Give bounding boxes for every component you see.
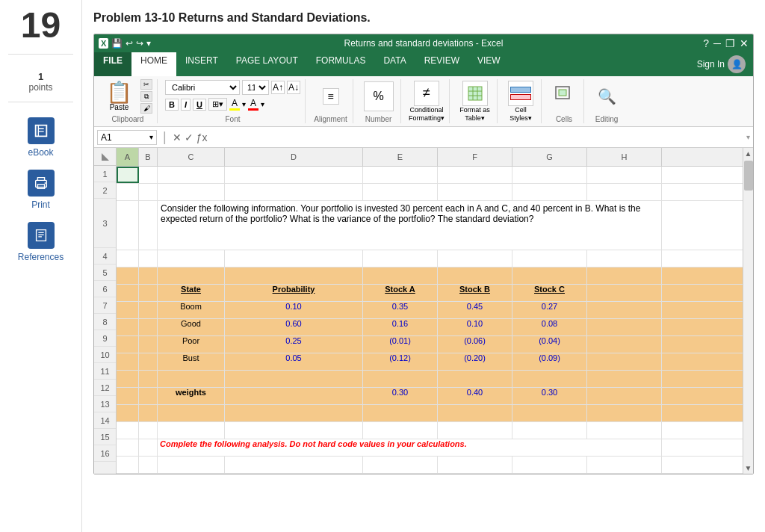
cell-f11[interactable] (438, 371, 512, 387)
vertical-scrollbar[interactable]: ▲ ▼ (743, 148, 753, 474)
cell-f2[interactable] (438, 184, 512, 200)
name-box[interactable]: A1 ▾ (97, 130, 157, 145)
cell-a3[interactable] (117, 201, 139, 250)
cell-a13[interactable] (117, 405, 139, 421)
col-header-b[interactable]: B (139, 148, 158, 166)
cell-d8[interactable]: 0.60 (225, 319, 363, 335)
cell-g12[interactable]: 0.30 (512, 388, 587, 404)
cell-b8[interactable] (139, 319, 158, 335)
cell-d11[interactable] (225, 371, 363, 387)
cell-c4[interactable] (158, 250, 225, 267)
cell-c6[interactable]: State (158, 285, 225, 301)
cell-g16[interactable] (512, 457, 587, 473)
col-header-f[interactable]: F (438, 148, 512, 166)
cell-e4[interactable] (363, 250, 438, 267)
cell-h2[interactable] (587, 184, 662, 200)
cell-a2[interactable] (117, 184, 139, 200)
tab-page-layout[interactable]: PAGE LAYOUT (227, 52, 307, 76)
cell-f4[interactable] (438, 250, 512, 267)
cell-e5[interactable] (363, 267, 438, 284)
confirm-formula-icon[interactable]: ✓ (185, 132, 193, 143)
tab-data[interactable]: DATA (374, 52, 415, 76)
cell-e14[interactable] (363, 422, 438, 439)
cell-h16[interactable] (587, 457, 662, 473)
col-header-h[interactable]: H (587, 148, 662, 166)
cell-h4[interactable] (587, 250, 662, 267)
cell-c15[interactable]: Complete the following analysis. Do not … (158, 439, 662, 456)
cell-g5[interactable] (512, 267, 587, 284)
cell-e8[interactable]: 0.16 (363, 319, 438, 335)
col-header-a[interactable]: A (117, 148, 139, 166)
col-header-g[interactable]: G (512, 148, 587, 166)
cell-a7[interactable] (117, 302, 139, 318)
cell-a10[interactable] (117, 353, 139, 370)
cancel-formula-icon[interactable]: ✕ (173, 132, 182, 143)
cell-a9[interactable] (117, 336, 139, 353)
cell-g8[interactable]: 0.08 (512, 319, 587, 335)
cell-h5[interactable] (587, 267, 662, 284)
cell-h12[interactable] (587, 388, 662, 404)
cell-g9[interactable]: (0.04) (512, 336, 587, 353)
italic-button[interactable]: I (181, 99, 191, 111)
cell-b7[interactable] (139, 302, 158, 318)
minimize-button[interactable]: ─ (713, 37, 721, 49)
cell-d5[interactable] (225, 267, 363, 284)
cell-a12[interactable] (117, 388, 139, 404)
cell-f1[interactable] (438, 167, 512, 183)
fill-color-arrow[interactable]: ▾ (242, 100, 246, 108)
tab-view[interactable]: VIEW (468, 52, 510, 76)
cell-f10[interactable]: (0.20) (438, 353, 512, 370)
col-header-d[interactable]: D (225, 148, 363, 166)
cell-g10[interactable]: (0.09) (512, 353, 587, 370)
cell-d13[interactable] (225, 405, 363, 421)
cell-b5[interactable] (139, 267, 158, 284)
cell-b6[interactable] (139, 285, 158, 301)
cell-f6[interactable]: Stock B (438, 285, 512, 301)
editing-icon[interactable]: 🔍 (592, 81, 622, 111)
font-color-arrow[interactable]: ▾ (261, 100, 264, 108)
cell-e13[interactable] (363, 405, 438, 421)
cell-g14[interactable] (512, 422, 587, 439)
redo-icon[interactable]: ↪ (136, 38, 143, 49)
cell-e11[interactable] (363, 371, 438, 387)
cell-e1[interactable] (363, 167, 438, 183)
font-color-button[interactable]: A (248, 98, 258, 111)
cell-styles-button[interactable]: CellStyles▾ (508, 81, 533, 123)
cell-b13[interactable] (139, 405, 158, 421)
cell-e10[interactable]: (0.12) (363, 353, 438, 370)
cell-h9[interactable] (587, 336, 662, 353)
references-button[interactable]: References (18, 222, 64, 262)
cell-c5[interactable] (158, 267, 225, 284)
col-header-e[interactable]: E (363, 148, 438, 166)
cell-b11[interactable] (139, 371, 158, 387)
cell-b1[interactable] (139, 167, 158, 183)
cell-h13[interactable] (587, 405, 662, 421)
copy-icon[interactable]: ⧉ (140, 91, 152, 102)
cell-h14[interactable] (587, 422, 662, 439)
cell-g6[interactable]: Stock C (512, 285, 587, 301)
cell-f16[interactable] (438, 457, 512, 473)
cell-c14[interactable] (158, 422, 225, 439)
cell-a8[interactable] (117, 319, 139, 335)
fill-color-button[interactable]: A (229, 98, 240, 111)
help-button[interactable]: ? (703, 37, 709, 49)
cell-d10[interactable]: 0.05 (225, 353, 363, 370)
cell-f9[interactable]: (0.06) (438, 336, 512, 353)
cell-b9[interactable] (139, 336, 158, 353)
tab-formulas[interactable]: FORMULAS (307, 52, 375, 76)
cell-c2[interactable] (158, 184, 225, 200)
font-size-select[interactable]: 11 (242, 80, 269, 95)
alignment-icon[interactable]: ≡ (323, 88, 339, 105)
cell-a1[interactable] (117, 167, 139, 183)
cell-f14[interactable] (438, 422, 512, 439)
cell-f8[interactable]: 0.10 (438, 319, 512, 335)
format-as-table-button[interactable]: Format asTable▾ (459, 81, 490, 123)
cell-b10[interactable] (139, 353, 158, 370)
cell-h11[interactable] (587, 371, 662, 387)
cell-h8[interactable] (587, 319, 662, 335)
cell-g11[interactable] (512, 371, 587, 387)
border-button[interactable]: ⊞▾ (208, 98, 227, 111)
cell-b2[interactable] (139, 184, 158, 200)
cell-b12[interactable] (139, 388, 158, 404)
tab-home[interactable]: HOME (131, 52, 176, 76)
